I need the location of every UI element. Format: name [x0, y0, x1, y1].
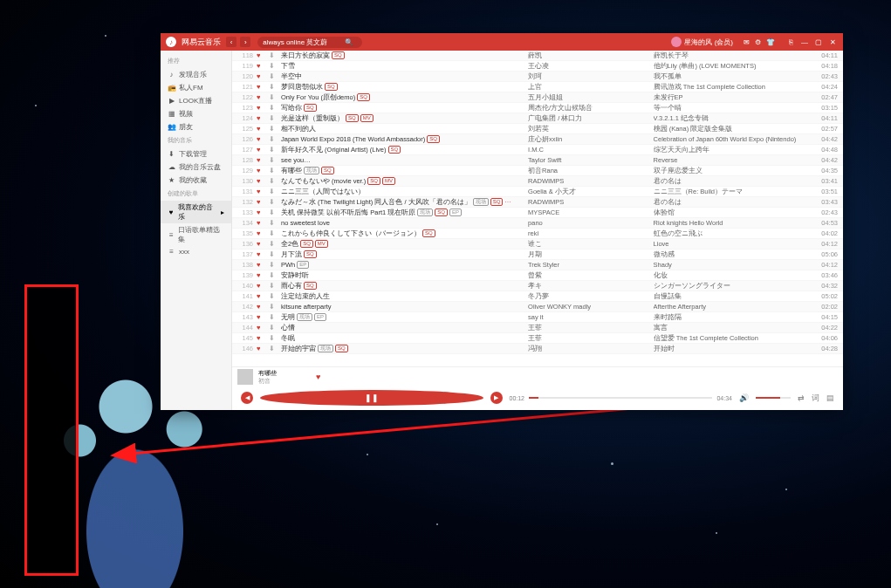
download-icon[interactable]: ⬇: [269, 282, 278, 290]
download-icon[interactable]: ⬇: [269, 219, 278, 227]
shuffle-icon[interactable]: ⇄: [798, 393, 805, 402]
mini-mode-button[interactable]: ⎘: [785, 37, 796, 47]
sidebar-item[interactable]: 👥朋友: [161, 120, 231, 133]
heart-icon[interactable]: ♥: [257, 93, 265, 101]
nav-back-button[interactable]: ‹: [226, 37, 236, 47]
prev-button[interactable]: ◀: [241, 392, 253, 404]
user-area[interactable]: 星海的风 (会员): [671, 37, 733, 47]
heart-icon[interactable]: ♥: [257, 83, 265, 91]
download-icon[interactable]: ⬇: [269, 324, 278, 332]
track-row[interactable]: 142♥⬇kitsune afterpartyOliver WONKY madl…: [232, 302, 843, 312]
now-playing-cover[interactable]: [237, 369, 253, 385]
track-row[interactable]: 130♥⬇なんでもないや (movie ver.)SQMVRADWIMPS君の名…: [232, 176, 843, 187]
download-icon[interactable]: ⬇: [269, 303, 278, 311]
download-icon[interactable]: ⬇: [269, 72, 278, 80]
next-button[interactable]: ▶: [490, 392, 503, 404]
search-input[interactable]: [263, 38, 341, 46]
download-icon[interactable]: ⬇: [269, 93, 278, 101]
track-row[interactable]: 144♥⬇心情王菲寓言04:22: [232, 323, 843, 333]
track-row[interactable]: 122♥⬇Only For You (原创demo)SQ五月小姐姐未发行EP02…: [232, 92, 843, 103]
skin-icon[interactable]: 👕: [766, 38, 775, 46]
heart-icon[interactable]: ♥: [257, 135, 265, 143]
download-icon[interactable]: ⬇: [269, 125, 278, 133]
track-row[interactable]: 139♥⬇安静时听曾紫化妆03:46: [232, 270, 843, 281]
download-icon[interactable]: ⬇: [269, 167, 278, 174]
nav-forward-button[interactable]: ›: [240, 37, 250, 47]
mail-icon[interactable]: ✉: [744, 38, 750, 46]
heart-icon[interactable]: ♥: [257, 271, 265, 279]
volume-icon[interactable]: 🔊: [739, 393, 749, 402]
download-icon[interactable]: ⬇: [269, 229, 278, 237]
download-icon[interactable]: ⬇: [269, 188, 278, 195]
download-icon[interactable]: ⬇: [269, 51, 278, 59]
heart-icon[interactable]: ♥: [257, 250, 265, 258]
download-icon[interactable]: ⬇: [269, 261, 278, 269]
download-icon[interactable]: ⬇: [269, 146, 278, 154]
download-icon[interactable]: ⬇: [269, 250, 278, 258]
track-row[interactable]: 146♥⬇开始的宇宙现场SQ冯翔开始时04:28: [232, 344, 843, 354]
heart-icon[interactable]: ♥: [257, 188, 265, 195]
progress-bar[interactable]: [529, 397, 712, 399]
volume-slider[interactable]: [756, 397, 791, 399]
heart-icon[interactable]: ♥: [257, 104, 265, 112]
playlist-icon[interactable]: ▤: [826, 393, 834, 402]
heart-icon[interactable]: ♥: [257, 282, 265, 290]
sidebar-item[interactable]: ⬇下载管理: [161, 147, 231, 161]
track-row[interactable]: 118♥⬇来日方长的寂寞SQ薛凯薛凯长于琴04:11: [232, 51, 843, 61]
track-list[interactable]: 118♥⬇来日方长的寂寞SQ薛凯薛凯长于琴04:11119♥⬇下雪王心凌他约Li…: [232, 51, 843, 366]
heart-icon[interactable]: ♥: [257, 72, 265, 80]
track-row[interactable]: 132♥⬇なみだ～水 (The Twilight Light) 同人音色 / 大…: [232, 197, 843, 208]
heart-icon[interactable]: ♥: [257, 51, 265, 59]
heart-icon[interactable]: ♥: [257, 198, 265, 206]
download-icon[interactable]: ⬇: [269, 334, 278, 342]
track-row[interactable]: 131♥⬇ニニ三三（人間ではない）Goelia & 小天才ニニ三三（Re: Bu…: [232, 187, 843, 197]
download-icon[interactable]: ⬇: [269, 62, 278, 70]
track-row[interactable]: 128♥⬇see you…Taylor SwiftReverse04:42: [232, 155, 843, 166]
heart-icon[interactable]: ♥: [257, 146, 265, 154]
track-row[interactable]: 123♥⬇写给你SQ周杰伦/方文山候场音等一个晴03:15: [232, 103, 843, 113]
track-row[interactable]: 135♥⬇これからも仲良くして下さい（バージョン）SQreki虹色の空ニ飛ぶ04…: [232, 229, 843, 239]
heart-icon[interactable]: ♥: [257, 324, 265, 332]
sidebar-item[interactable]: ☁我的音乐云盘: [161, 161, 231, 174]
heart-icon[interactable]: ♥: [257, 303, 265, 311]
download-icon[interactable]: ⬇: [269, 345, 278, 352]
heart-icon[interactable]: ♥: [257, 156, 265, 164]
track-row[interactable]: 121♥⬇梦回唐朝似水SQ上官腾讯游戏 The 1st Complete Col…: [232, 82, 843, 92]
download-icon[interactable]: ⬇: [269, 156, 278, 164]
track-row[interactable]: 119♥⬇下雪王心凌他约Lily (单曲) (LOVE MOMENTS)04:1…: [232, 61, 843, 72]
heart-icon[interactable]: ♥: [257, 313, 265, 321]
sidebar-item[interactable]: ≡日语歌单精选集: [161, 223, 231, 246]
lyrics-icon[interactable]: 词: [812, 393, 819, 404]
download-icon[interactable]: ⬇: [269, 209, 278, 216]
heart-icon[interactable]: ♥: [257, 240, 265, 248]
track-row[interactable]: 129♥⬇有哪些现场SQ初音Rana双子座恋爱主义04:35: [232, 166, 843, 176]
sidebar-item[interactable]: ≡xxx: [161, 246, 231, 257]
heart-icon[interactable]: ♥: [257, 62, 265, 70]
maximize-button[interactable]: ▢: [813, 37, 824, 47]
heart-icon[interactable]: ♥: [257, 261, 265, 269]
track-row[interactable]: 137♥⬇月下流SQ月期微动感05:06: [232, 250, 843, 260]
track-row[interactable]: 126♥⬇Japan World Expo 2018 (The World Am…: [232, 134, 843, 145]
heart-icon[interactable]: ♥: [257, 229, 265, 237]
now-playing-heart-icon[interactable]: ♥: [316, 373, 320, 381]
track-row[interactable]: 136♥⬇全2色SQMV谁こLiove04:12: [232, 239, 843, 250]
heart-icon[interactable]: ♥: [257, 177, 265, 185]
heart-icon[interactable]: ♥: [257, 114, 265, 122]
sidebar-item[interactable]: ▦视频: [161, 107, 231, 120]
download-icon[interactable]: ⬇: [269, 198, 278, 206]
play-pause-button[interactable]: ❚❚: [260, 390, 483, 406]
download-icon[interactable]: ⬇: [269, 83, 278, 91]
heart-icon[interactable]: ♥: [257, 167, 265, 174]
track-row[interactable]: 141♥⬇注定结束的人生冬乃夢自慢話集05:02: [232, 291, 843, 302]
download-icon[interactable]: ⬇: [269, 271, 278, 279]
download-icon[interactable]: ⬇: [269, 313, 278, 321]
heart-icon[interactable]: ♥: [257, 292, 265, 300]
download-icon[interactable]: ⬇: [269, 292, 278, 300]
track-row[interactable]: 143♥⬇无明现场EPsay it来时路隔04:15: [232, 312, 843, 323]
track-row[interactable]: 138♥⬇PWhEPTrek StylerShady04:12: [232, 260, 843, 270]
download-icon[interactable]: ⬇: [269, 135, 278, 143]
search-box[interactable]: 🔍: [257, 37, 362, 48]
track-row[interactable]: 127♥⬇新年好久不见 (Original Artist) (Live)SQI.…: [232, 145, 843, 155]
heart-icon[interactable]: ♥: [257, 125, 265, 133]
sidebar-item[interactable]: ★我的收藏: [161, 174, 231, 187]
